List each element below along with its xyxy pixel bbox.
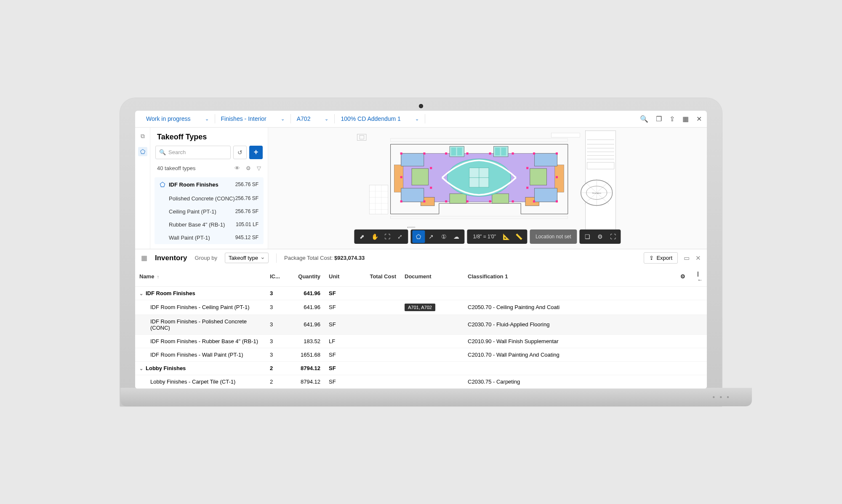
crumb-label: Work in progress [146,115,191,122]
svg-rect-46 [489,152,491,155]
col-unit[interactable]: Unit [325,267,358,287]
svg-rect-56 [489,200,491,202]
crumb-finishes-interior[interactable]: Finishes - Interior ⌄ [215,111,290,128]
pentagon-icon [160,181,165,187]
col-qty[interactable]: Quantity [287,267,325,287]
svg-rect-30 [450,193,466,203]
search-input[interactable]: 🔍 Search [155,146,231,159]
line-tool-icon[interactable]: ↗ [425,230,437,243]
svg-rect-60 [430,167,432,169]
search-icon[interactable]: 🔍 [640,115,648,123]
svg-rect-50 [400,176,402,178]
col-name[interactable]: Name [139,273,154,280]
svg-rect-73 [391,216,568,219]
add-button[interactable]: + [249,146,263,159]
svg-rect-25 [535,153,557,166]
svg-rect-28 [412,168,429,185]
chevron-down-icon: ⌄ [281,116,285,122]
chevron-down-icon[interactable]: ⌄ [139,366,143,371]
inventory-row[interactable]: IDF Room Finishes - Polished Concrete (C… [135,315,707,334]
inventory-row[interactable]: Lobby Finishes - Carpet Tile (CT-1)28794… [135,375,707,388]
type-group-header[interactable]: IDF Room Finishes256.76 SF [155,177,264,192]
col-cost[interactable]: Total Cost [358,267,400,287]
share-icon[interactable]: ⇪ [669,115,675,123]
export-button[interactable]: ⇪ Export [644,252,678,264]
col-doc[interactable]: Document [400,267,464,287]
sidebar-title: Takeoff Types [150,128,268,146]
subitem-value: 105.01 LF [236,221,258,227]
svg-rect-21 [555,165,564,192]
inventory-row[interactable]: IDF Room Finishes - Ceiling Paint (PT-1)… [135,300,707,315]
settings-icon[interactable]: ⚙ [594,230,607,243]
total-label: Package Total Cost: [284,255,333,261]
history-button[interactable]: ↺ [233,146,247,159]
svg-rect-52 [400,200,402,202]
measure-tool-icon[interactable]: 📐 [500,230,513,243]
rail-takeoff-icon[interactable]: ⬠ [138,147,147,156]
document-tooltip: A701, A702 [405,304,435,311]
crumb-addendum[interactable]: 100% CD Addendum 1 ⌄ [335,111,424,128]
export-icon: ⇪ [649,255,654,261]
svg-rect-54 [445,200,447,202]
fullscreen-icon[interactable]: ⛶ [607,230,619,243]
select-tool-icon[interactable]: ⛶ [381,230,394,243]
filter-icon[interactable]: ▽ [257,165,261,171]
type-subitem[interactable]: Wall Paint (PT-1)945.12 SF [155,231,264,244]
crumb-a702[interactable]: A702 ⌄ [291,111,335,128]
chevron-down-icon: ⌄ [325,116,328,122]
drawing-canvas[interactable]: Seaport Civic Center Description [268,128,707,249]
layers-icon[interactable]: ❏ [581,230,594,243]
svg-rect-48 [533,152,535,155]
sliders-icon[interactable]: ⚙ [246,165,251,171]
type-subitem[interactable]: Ceiling Paint (PT-1)256.76 SF [155,205,264,218]
panel-layout-icon[interactable]: ▭ [684,254,690,262]
svg-rect-57 [512,200,514,202]
count-tool-icon[interactable]: ① [437,230,450,243]
crumb-label: 100% CD Addendum 1 [341,115,400,122]
grid-icon[interactable]: ▦ [682,115,689,123]
svg-rect-43 [423,152,425,155]
col-ic[interactable]: IC... [266,267,287,287]
cursor-tool-icon[interactable]: ⬈ [356,230,368,243]
polygon-tool-icon[interactable]: ⬠ [412,230,425,243]
subitem-name: Ceiling Paint (PT-1) [169,208,216,215]
cloud-tool-icon[interactable]: ☁ [450,230,463,243]
close-panel-icon[interactable]: ✕ [695,254,701,262]
inventory-row[interactable]: IDF Room Finishes - Wall Paint (PT-1)316… [135,348,707,361]
groupby-select[interactable]: Takeoff type [225,253,269,263]
zoom-tool-icon[interactable]: ⤢ [394,230,406,243]
svg-rect-42 [400,152,402,155]
svg-text:●━━━━━━━━: ●━━━━━━━━ [407,226,416,228]
svg-rect-38 [451,147,456,155]
svg-rect-26 [401,188,424,202]
gear-icon[interactable]: ⚙ [680,273,685,280]
type-name: IDF Room Finishes [169,181,218,188]
chevron-down-icon[interactable]: ⌄ [139,291,143,296]
crumb-work-in-progress[interactable]: Work in progress ⌄ [140,111,215,128]
location-label[interactable]: Location not set [531,234,576,240]
collapse-icon[interactable]: |← [697,270,703,283]
inventory-group-row[interactable]: ⌄Lobby Finishes28794.12SF [135,361,707,375]
inventory-table: Name↑ IC... Quantity Unit Total Cost Doc… [135,267,707,389]
ruler-tool-icon[interactable]: 📏 [513,230,525,243]
type-subitem[interactable]: Polished Concrete (CONC)256.76 SF [155,192,264,205]
pan-tool-icon[interactable]: ✋ [368,230,381,243]
type-subitem[interactable]: Rubber Base 4" (RB-1)105.01 LF [155,218,264,231]
visibility-icon[interactable]: 👁 [234,165,240,171]
left-rail: ⧉ ⬠ [135,128,150,249]
svg-rect-63 [526,187,528,189]
rail-sheets-icon[interactable]: ⧉ [138,132,147,141]
inventory-group-row[interactable]: ⌄IDF Room Finishes3641.96SF [135,286,707,300]
col-class[interactable]: Classification 1 [464,267,676,287]
compare-icon[interactable]: ❐ [656,115,662,123]
scale-label[interactable]: 1/8" = 1'0" [469,234,500,240]
svg-rect-55 [466,200,469,202]
sort-asc-icon[interactable]: ↑ [157,274,159,279]
svg-rect-72 [391,138,568,141]
inventory-row[interactable]: IDF Room Finishes - Rubber Base 4" (RB-1… [135,334,707,348]
search-icon: 🔍 [159,149,166,155]
export-label: Export [656,255,672,261]
svg-rect-39 [457,147,462,155]
close-icon[interactable]: ✕ [696,115,702,123]
type-group[interactable]: IDF Room Finishes256.76 SFPolished Concr… [155,177,264,244]
